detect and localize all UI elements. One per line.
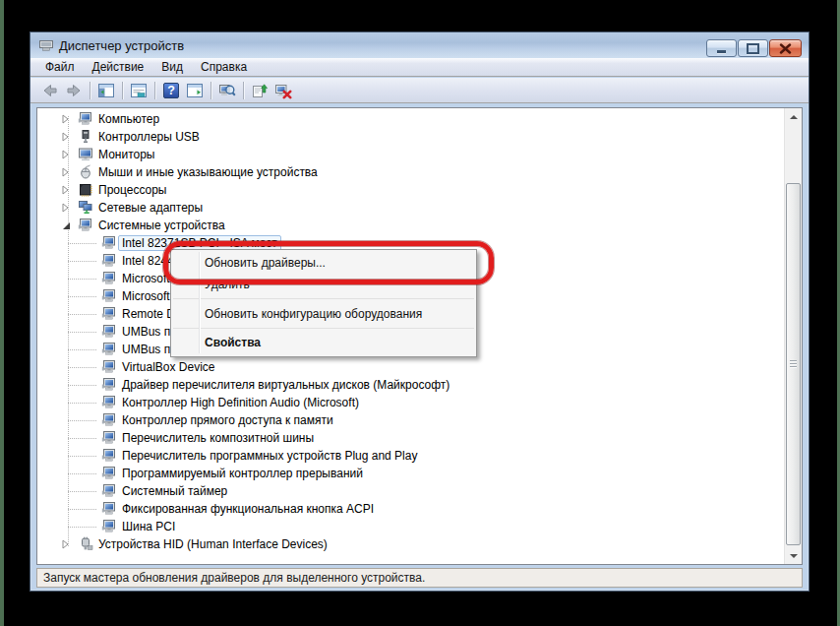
menu-view[interactable]: Вид bbox=[152, 58, 192, 76]
menu-item-uninstall[interactable]: Удалить bbox=[171, 274, 476, 295]
tree-item-label[interactable]: Перечислитель композитной шины bbox=[122, 431, 314, 445]
tree-item-label[interactable]: Intel 8244 bbox=[122, 254, 174, 268]
update-driver-button[interactable] bbox=[248, 80, 271, 101]
menu-item-properties[interactable]: Свойства bbox=[171, 332, 476, 353]
show-action-pane-button[interactable] bbox=[183, 80, 207, 101]
device-icon bbox=[101, 519, 117, 534]
expand-collapsed-icon[interactable] bbox=[62, 185, 70, 195]
device-icon bbox=[101, 271, 117, 286]
tree-item-label[interactable]: Мониторы bbox=[98, 148, 154, 161]
tree-item-network-adapters[interactable]: Сетевые адаптеры bbox=[37, 199, 785, 217]
tree-item-label[interactable]: Microsoft bbox=[122, 289, 170, 303]
expand-collapsed-icon[interactable] bbox=[62, 132, 70, 142]
help-button[interactable] bbox=[159, 80, 183, 101]
tree-item-label[interactable]: VirtualBox Device bbox=[122, 360, 215, 374]
expand-collapsed-icon[interactable] bbox=[62, 539, 70, 549]
tree-item-label[interactable]: Мыши и иные указывающие устройства bbox=[98, 165, 318, 179]
tree-item-label[interactable]: Контроллер прямого доступа к памяти bbox=[122, 413, 333, 427]
device-icon bbox=[101, 448, 117, 464]
tree-item-device[interactable]: Драйвер перечислителя виртуальных дисков… bbox=[37, 376, 785, 394]
forward-button[interactable] bbox=[62, 80, 86, 101]
menu-file[interactable]: Файл bbox=[36, 58, 84, 76]
cpu-icon bbox=[78, 182, 93, 198]
expand-collapsed-icon[interactable] bbox=[62, 150, 70, 159]
tree-item-label[interactable]: Шина PCI bbox=[122, 520, 175, 533]
show-console-tree-button[interactable] bbox=[94, 80, 118, 101]
tree-item-usb-controllers[interactable]: Контроллеры USB bbox=[37, 128, 785, 146]
menu-action[interactable]: Действие bbox=[84, 58, 153, 76]
tree-item-device[interactable]: Программируемый контроллер прерываний bbox=[37, 465, 785, 482]
usb-icon bbox=[78, 129, 93, 145]
vertical-scrollbar[interactable] bbox=[784, 108, 802, 564]
tree-item-device[interactable]: Перечислитель композитной шины bbox=[37, 429, 785, 447]
tree-item-label[interactable]: UMBus п bbox=[122, 325, 170, 339]
close-button[interactable] bbox=[769, 39, 802, 57]
scroll-up-button[interactable] bbox=[785, 108, 802, 125]
tree-connector bbox=[68, 279, 97, 280]
tree-connector bbox=[68, 456, 97, 457]
device-icon bbox=[101, 483, 117, 499]
tree-item-device[interactable]: Контроллер High Definition Audio (Micros… bbox=[37, 394, 785, 411]
tree-item-label[interactable]: Remote D bbox=[122, 307, 175, 321]
tree-connector bbox=[68, 509, 97, 510]
expand-expanded-icon[interactable] bbox=[62, 221, 71, 230]
tree-item-label[interactable]: Компьютер bbox=[98, 112, 159, 126]
device-icon bbox=[101, 466, 117, 481]
tree-item-monitors[interactable]: Мониторы bbox=[37, 146, 785, 163]
title-bar[interactable]: Диспетчер устройств bbox=[30, 32, 809, 58]
back-button[interactable] bbox=[38, 80, 62, 101]
tree-item-label[interactable]: Процессоры bbox=[98, 183, 167, 197]
tree-item-label[interactable]: Сетевые адаптеры bbox=[98, 201, 203, 215]
tree-item-device[interactable]: Контроллер прямого доступа к памяти bbox=[37, 411, 785, 429]
tree-item-computer[interactable]: Компьютер bbox=[37, 110, 785, 128]
tree-item-processors[interactable]: Процессоры bbox=[37, 181, 785, 199]
menu-help[interactable]: Справка bbox=[192, 58, 256, 76]
maximize-button[interactable] bbox=[738, 39, 768, 57]
minimize-button[interactable] bbox=[706, 39, 737, 57]
tree-connector bbox=[68, 403, 97, 404]
tree-connector bbox=[68, 332, 97, 333]
scan-hardware-changes-button[interactable] bbox=[215, 80, 239, 101]
status-text: Запуск мастера обновления драйверов для … bbox=[43, 571, 425, 585]
tree-item-hid-devices[interactable]: Устройства HID (Human Interface Devices) bbox=[37, 535, 785, 553]
properties-button[interactable] bbox=[127, 80, 150, 101]
tree-connector bbox=[68, 349, 97, 350]
tree-item-label[interactable]: Драйвер перечислителя виртуальных дисков… bbox=[122, 378, 450, 392]
tree-item-device[interactable]: Шина PCI bbox=[37, 518, 785, 535]
tree-item-label[interactable]: Фиксированная функциональная кнопка ACPI bbox=[122, 502, 374, 516]
scroll-down-button[interactable] bbox=[785, 547, 802, 564]
tree-item-label[interactable]: Перечислитель программных устройств Plug… bbox=[122, 449, 417, 463]
scrollbar-grip bbox=[790, 360, 797, 369]
maximize-icon bbox=[747, 43, 759, 54]
tree-item-label[interactable]: UMBus п bbox=[122, 343, 170, 356]
tree-item-device[interactable]: VirtualBox Device bbox=[37, 358, 785, 376]
menu-item-scan-hardware-changes[interactable]: Обновить конфигурацию оборудования bbox=[171, 302, 476, 325]
menu-item-update-drivers[interactable]: Обновить драйверы... bbox=[171, 252, 476, 274]
tree-item-device[interactable]: Фиксированная функциональная кнопка ACPI bbox=[37, 500, 785, 518]
desktop-edge-left bbox=[0, 0, 4, 626]
tree-item-label[interactable]: Системные устройства bbox=[98, 219, 225, 232]
expand-collapsed-icon[interactable] bbox=[62, 167, 70, 177]
uninstall-device-button[interactable] bbox=[271, 80, 295, 101]
tree-item-label[interactable]: Программируемый контроллер прерываний bbox=[122, 467, 363, 480]
device-icon bbox=[101, 412, 117, 428]
tree-item-label[interactable]: Устройства HID (Human Interface Devices) bbox=[98, 537, 328, 551]
tree-item-device[interactable]: Системный таймер bbox=[37, 482, 785, 500]
tree-connector bbox=[68, 473, 97, 474]
tree-item-label[interactable]: Системный таймер bbox=[122, 484, 227, 498]
tree-item-mice[interactable]: Мыши и иные указывающие устройства bbox=[37, 163, 785, 181]
tree-item-label[interactable]: Microsoft bbox=[122, 272, 170, 285]
toolbar-separator bbox=[90, 82, 90, 99]
scroll-down-icon bbox=[790, 554, 798, 558]
expand-collapsed-icon[interactable] bbox=[62, 114, 70, 124]
tree-item-device[interactable]: Перечислитель программных устройств Plug… bbox=[37, 447, 785, 465]
tree-connector bbox=[68, 243, 97, 244]
tree-item-label[interactable]: Контроллер High Definition Audio (Micros… bbox=[122, 396, 359, 409]
help-icon bbox=[162, 82, 180, 99]
properties-icon bbox=[130, 82, 148, 99]
update-driver-icon bbox=[251, 82, 269, 99]
expand-collapsed-icon[interactable] bbox=[62, 203, 70, 213]
tree-item-label[interactable]: Контроллеры USB bbox=[98, 130, 200, 144]
scrollbar-thumb[interactable] bbox=[786, 183, 801, 545]
tree-item-system-devices[interactable]: Системные устройства bbox=[37, 217, 785, 234]
